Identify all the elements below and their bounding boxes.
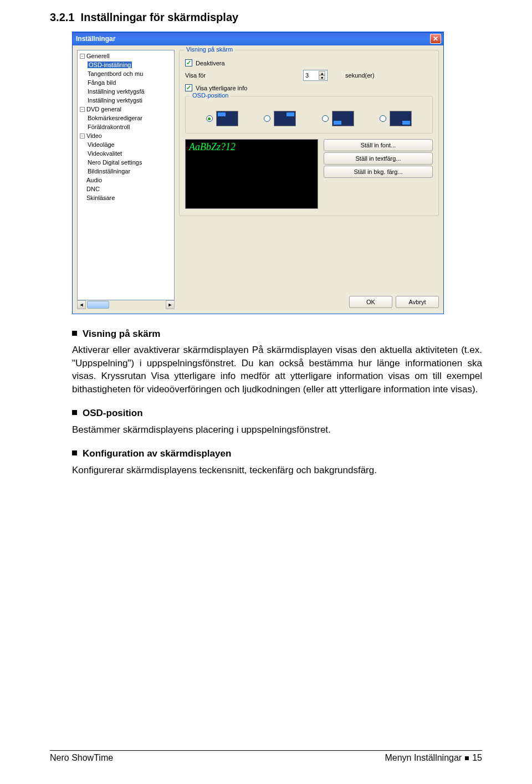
bullet-icon (72, 450, 77, 455)
tree-item-label: Fånga bild (88, 79, 116, 86)
paragraph-2: Bestämmer skärmdisplayens placering i up… (72, 423, 482, 436)
footer-right-label: Menyn Inställningar (385, 753, 462, 763)
font-preview-text: AaBbZz?12 (189, 141, 236, 152)
tree-horizontal-scrollbar[interactable]: ◄ ► (77, 300, 175, 309)
bullet-title-2: OSD-position (83, 407, 143, 419)
label-showfor: Visa för (185, 72, 206, 79)
checkbox-deactivate[interactable]: ✓ (185, 59, 192, 66)
fieldset-osd-position: OSD-position (185, 96, 433, 134)
tree-item-label: Videoläge (88, 141, 115, 148)
close-icon[interactable]: ✕ (430, 34, 441, 44)
tree-item-label: Tangentbord och mu (88, 70, 143, 77)
label-extra-info: Visa ytterligare info (196, 85, 247, 91)
bullet-title-1: Visning på skärm (83, 327, 160, 340)
section-heading: 3.2.1 Inställningar för skärmdisplay (50, 11, 482, 24)
fieldset-display: Visning på skärm ✓ Deaktivera Visa för 3… (179, 50, 439, 216)
label-seconds: sekund(er) (345, 72, 375, 79)
tree-item[interactable]: Bokmärkesredigerar (79, 114, 173, 122)
tree-item-label: Bildinställningar (88, 168, 130, 175)
tree-item-label: Föräldrakontroll (88, 124, 130, 130)
btn-set-bkg-color[interactable]: Ställ in bkg. färg... (324, 166, 433, 178)
tree-item-label: Inställning verktygsfä (88, 88, 145, 95)
osd-thumb-br (390, 111, 412, 126)
tree-item-label: OSD-inställning (88, 62, 132, 68)
bullet-icon (72, 331, 77, 336)
tree-item[interactable]: Fånga bild (79, 78, 173, 87)
settings-tree[interactable]: -GenerellOSD-inställningTangentbord och … (77, 50, 175, 300)
tree-item[interactable]: Inställning verktygsfä (79, 87, 173, 96)
spinner-value: 3 (305, 72, 316, 79)
section-title-text: Inställningar för skärmdisplay (81, 11, 239, 23)
tree-expand-icon[interactable]: - (80, 134, 85, 139)
fieldset-osd-legend: OSD-position (190, 92, 231, 99)
footer-bullet-icon (465, 756, 469, 760)
window-title: Inställningar (76, 35, 430, 43)
paragraph-3: Konfigurerar skärmdisplayens teckensnitt… (72, 464, 482, 476)
tree-item-label: Generell (86, 53, 110, 59)
settings-window: Inställningar ✕ -GenerellOSD-inställning… (72, 32, 444, 314)
scroll-left-icon[interactable]: ◄ (77, 300, 86, 309)
font-preview: AaBbZz?12 (185, 139, 318, 209)
tree-item-label: Video (86, 132, 102, 139)
tree-item[interactable]: Inställning verktygsti (79, 96, 173, 105)
tree-item-label: Nero Digital settings (88, 159, 142, 166)
footer-left: Nero ShowTime (50, 753, 113, 763)
tree-item[interactable]: Nero Digital settings (79, 158, 173, 167)
osd-thumb-tr (274, 111, 296, 126)
tree-item[interactable]: Skinläsare (79, 193, 173, 202)
ok-button[interactable]: OK (349, 296, 392, 308)
fieldset-display-legend: Visning på skärm (184, 46, 235, 53)
tree-item[interactable]: Tangentbord och mu (79, 69, 173, 78)
paragraph-1: Aktiverar eller avaktiverar skärmdisplay… (72, 344, 482, 396)
spinner-up-icon[interactable]: ▲ (319, 71, 325, 75)
tree-item-label: Videokvalitet (88, 150, 122, 157)
page-footer: Nero ShowTime Menyn Inställningar 15 (50, 750, 482, 763)
tree-item[interactable]: -Generell (79, 52, 173, 60)
titlebar: Inställningar ✕ (73, 32, 443, 45)
seconds-spinner[interactable]: 3 ▲ ▼ (303, 70, 328, 81)
tree-item[interactable]: Videoläge (79, 140, 173, 149)
tree-item[interactable]: DNC (79, 185, 173, 193)
radio-osd-bl[interactable] (322, 115, 329, 122)
scroll-thumb[interactable] (87, 301, 109, 309)
cancel-button[interactable]: Avbryt (396, 296, 439, 308)
bullet-icon (72, 410, 77, 415)
tree-item-label: Inställning verktygsti (88, 97, 142, 104)
footer-page-number: 15 (472, 753, 482, 763)
tree-item[interactable]: Bildinställningar (79, 167, 173, 176)
tree-item[interactable]: -Video (79, 131, 173, 140)
radio-osd-tr[interactable] (264, 115, 270, 122)
checkbox-extra-info[interactable]: ✓ (185, 84, 192, 91)
tree-item-label: DNC (86, 186, 100, 192)
tree-item-label: Bokmärkesredigerar (88, 115, 142, 121)
tree-expand-icon[interactable]: - (80, 54, 85, 59)
bullet-title-3: Konfiguration av skärmdisplayen (83, 447, 231, 460)
tree-item[interactable]: OSD-inställning (79, 60, 173, 69)
tree-item-label: Audio (86, 177, 102, 183)
section-number: 3.2.1 (50, 11, 74, 23)
osd-thumb-bl (332, 111, 354, 126)
tree-item[interactable]: Audio (79, 176, 173, 185)
btn-set-text-color[interactable]: Ställ in textfärg... (324, 152, 433, 165)
scroll-right-icon[interactable]: ► (166, 300, 175, 309)
tree-item[interactable]: -DVD general (79, 105, 173, 114)
btn-set-font[interactable]: Ställ in font... (324, 139, 433, 151)
tree-item-label: DVD general (86, 106, 121, 112)
radio-osd-br[interactable] (380, 115, 386, 122)
tree-item-label: Skinläsare (86, 194, 115, 201)
tree-item[interactable]: Föräldrakontroll (79, 122, 173, 131)
label-deactivate: Deaktivera (196, 60, 225, 66)
tree-expand-icon[interactable]: - (80, 107, 85, 112)
radio-osd-tl[interactable] (206, 115, 213, 122)
tree-item[interactable]: Videokvalitet (79, 149, 173, 158)
osd-thumb-tl (216, 111, 238, 126)
spinner-down-icon[interactable]: ▼ (319, 75, 325, 80)
